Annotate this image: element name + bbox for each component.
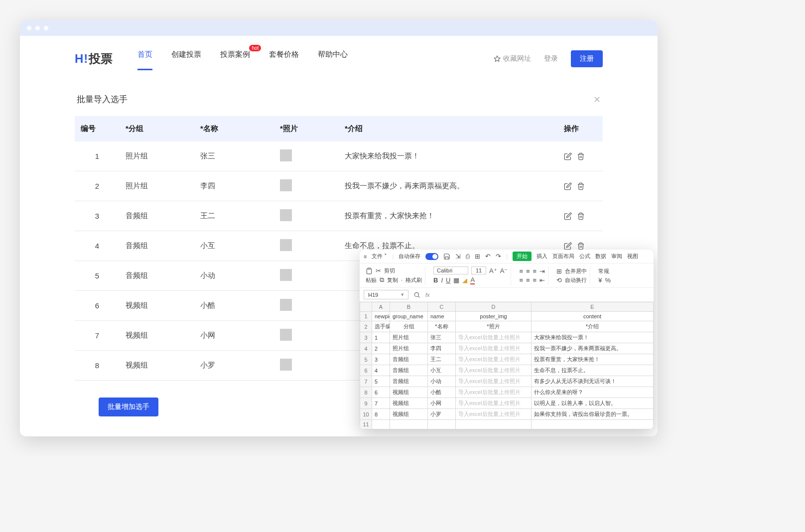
delete-icon[interactable]	[577, 152, 585, 160]
dec-font-icon[interactable]: A⁻	[500, 267, 508, 274]
sheet-cell[interactable]: 大家快来给我投一票！	[532, 332, 654, 343]
copy-label[interactable]: 复制	[387, 276, 398, 284]
sheet-cell[interactable]: 视频组	[390, 387, 428, 398]
sheet-cell[interactable]: 生命不息，拉票不止。	[532, 365, 654, 376]
indent-icon[interactable]: ⇥	[539, 267, 545, 275]
sheet-cell[interactable]: 视频组	[390, 409, 428, 420]
sheet-cell[interactable]: 导入excel后批量上传照片	[456, 343, 532, 354]
sheet-cell[interactable]: 选手编号	[372, 321, 390, 332]
sheet-row[interactable]: 31照片组张三导入excel后批量上传照片大家快来给我投一票！	[360, 332, 654, 343]
sheet-cell[interactable]: 3	[372, 354, 390, 365]
sheet-cell[interactable]: newpid	[372, 312, 390, 321]
logo[interactable]: H ! 投票	[75, 51, 113, 67]
sheet-row[interactable]: 86视频组小酷导入excel后批量上传照片什么你火星来的呀？	[360, 387, 654, 398]
sheet-cell[interactable]: *名称	[428, 321, 456, 332]
sheet-cell[interactable]: 小罗	[428, 409, 456, 420]
sheet-row[interactable]: 42照片组李四导入excel后批量上传照片投我一票不嫌少，再来两票福更高。	[360, 343, 654, 354]
percent-icon[interactable]: %	[605, 276, 611, 284]
delete-icon[interactable]	[577, 212, 585, 220]
row-num[interactable]: 8	[360, 387, 372, 398]
sheet-cell[interactable]: 1	[372, 332, 390, 343]
col-header[interactable]: C	[428, 302, 456, 312]
col-header[interactable]: D	[456, 302, 532, 312]
delete-icon[interactable]	[577, 242, 585, 250]
row-num[interactable]: 4	[360, 343, 372, 354]
photo-thumb[interactable]	[280, 239, 292, 251]
sheet-row[interactable]: 53音频组王二导入excel后批量上传照片投票有重赏，大家快来抢！	[360, 354, 654, 365]
cut-icon[interactable]: ✂	[376, 267, 381, 274]
nav-cases[interactable]: 投票案例hot	[220, 50, 250, 68]
fx-label[interactable]: fx	[425, 292, 430, 298]
sheet-cell[interactable]: content	[532, 312, 654, 321]
redo-icon[interactable]: ↷	[496, 253, 501, 260]
undo-icon[interactable]: ↶	[485, 253, 491, 260]
sheet-cell[interactable]: 音频组	[390, 354, 428, 365]
sheet-cell[interactable]: 李四	[428, 343, 456, 354]
delete-icon[interactable]	[577, 182, 585, 190]
photo-thumb[interactable]	[280, 149, 292, 161]
sheet-cell[interactable]: 导入excel后批量上传照片	[456, 387, 532, 398]
sheet-cell[interactable]: 导入excel后批量上传照片	[456, 354, 532, 365]
font-select[interactable]: Calibri	[433, 266, 468, 274]
wrap-icon[interactable]: ⟲	[556, 276, 562, 284]
sheet-cell[interactable]: group_name	[390, 312, 428, 321]
sheet-cell[interactable]: 导入excel后批量上传照片	[456, 398, 532, 409]
outdent-icon[interactable]: ⇤	[539, 276, 545, 284]
tab-review[interactable]: 审阅	[611, 253, 622, 260]
numfmt-label[interactable]: 常规	[598, 267, 609, 275]
nav-create[interactable]: 创建投票	[171, 50, 201, 68]
window-dot[interactable]	[44, 26, 48, 30]
sheet-cell[interactable]: 小酷	[428, 387, 456, 398]
fontcolor-icon[interactable]: A	[470, 276, 475, 284]
sheet-cell[interactable]: 导入excel后批量上传照片	[456, 332, 532, 343]
nav-home[interactable]: 首页	[137, 50, 152, 68]
save-icon[interactable]	[443, 253, 450, 260]
sheet-grid[interactable]: A B C D E 1newpidgroup_namenameposter_im…	[360, 302, 654, 429]
tab-data[interactable]: 数据	[595, 253, 606, 260]
register-button[interactable]: 注册	[571, 50, 603, 67]
photo-thumb[interactable]	[280, 329, 292, 341]
underline-icon[interactable]: U	[446, 276, 450, 284]
row-num[interactable]: 2	[360, 321, 372, 332]
merge-icon[interactable]: ⊞	[556, 267, 562, 275]
sheet-row[interactable]: 97视频组小网导入excel后批量上传照片以明人是，以善人事，以启人智。	[360, 398, 654, 409]
tab-start[interactable]: 开始	[513, 252, 532, 261]
align-top-icon[interactable]: ≡	[519, 267, 523, 275]
copy-icon[interactable]: ⧉	[380, 276, 384, 284]
print-icon[interactable]: ⎙	[466, 253, 470, 260]
sheet-cell[interactable]: 投我一票不嫌少，再来两票福更高。	[532, 343, 654, 354]
sheet-row[interactable]: 1newpidgroup_namenameposter_imgcontent	[360, 312, 654, 321]
sheet-cell[interactable]: 小网	[428, 398, 456, 409]
menu-icon[interactable]: ≡	[364, 254, 367, 260]
sheet-cell[interactable]: 7	[372, 398, 390, 409]
fontsize-select[interactable]: 11	[471, 266, 486, 274]
align-mid-icon[interactable]: ≡	[526, 267, 530, 275]
edit-icon[interactable]	[564, 242, 572, 250]
col-header[interactable]: B	[390, 302, 428, 312]
sheet-row[interactable]: 108视频组小罗导入excel后批量上传照片如果你支持我，请投出你最珍贵的一票。	[360, 409, 654, 420]
sheet-cell[interactable]: 2	[372, 343, 390, 354]
photo-thumb[interactable]	[280, 299, 292, 311]
row-num[interactable]: 10	[360, 409, 372, 420]
align-bot-icon[interactable]: ≡	[533, 267, 537, 275]
search-icon[interactable]	[413, 291, 420, 298]
clipboard-icon[interactable]	[366, 267, 373, 274]
tab-view[interactable]: 视图	[627, 253, 638, 260]
align-center-icon[interactable]: ≡	[526, 276, 530, 284]
sheet-row[interactable]: 11	[360, 420, 654, 429]
sheet-cell[interactable]: 小动	[428, 376, 456, 387]
sheet-cell[interactable]: 音频组	[390, 376, 428, 387]
export-icon[interactable]: ⇲	[455, 253, 461, 260]
sheet-cell[interactable]: 王二	[428, 354, 456, 365]
edit-icon[interactable]	[564, 182, 572, 190]
sheet-row[interactable]: 2选手编号分组*名称*照片*介绍	[360, 321, 654, 332]
row-num[interactable]: 11	[360, 420, 372, 429]
sheet-cell[interactable]: 5	[372, 376, 390, 387]
sheet-cell[interactable]: 有多少人从无话不谈到无话可谈！	[532, 376, 654, 387]
edit-icon[interactable]	[564, 152, 572, 160]
photo-thumb[interactable]	[280, 269, 292, 281]
tab-layout[interactable]: 页面布局	[552, 253, 574, 260]
tab-insert[interactable]: 插入	[537, 253, 547, 260]
col-header[interactable]: A	[372, 302, 390, 312]
autosave-toggle[interactable]	[425, 253, 438, 260]
